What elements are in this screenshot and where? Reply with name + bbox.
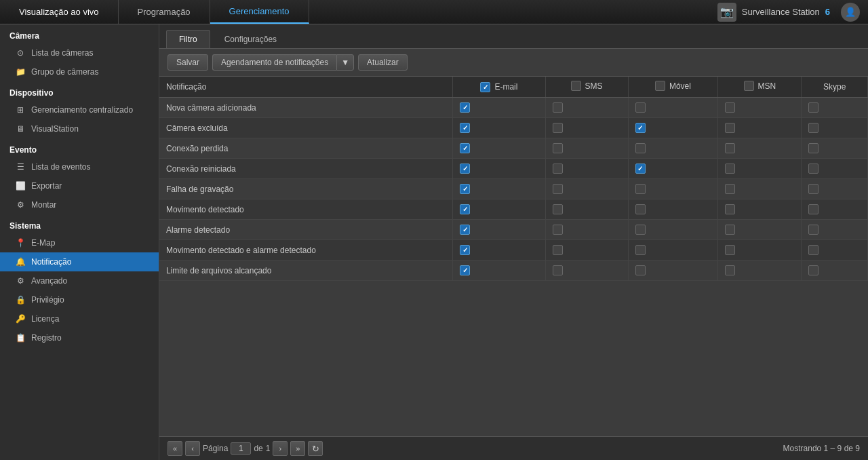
msn-checkbox-0[interactable] [725, 102, 735, 113]
msn-checkbox-6[interactable] [725, 225, 735, 235]
email-checkbox-4[interactable] [460, 184, 470, 194]
refresh-button[interactable]: Atualizar [358, 54, 408, 71]
email-checkbox-2[interactable] [460, 143, 470, 153]
tab-filtro[interactable]: Filtro [166, 30, 210, 48]
nav-management[interactable]: Gerenciamento [210, 0, 309, 24]
msn-checkbox-7[interactable] [725, 245, 735, 255]
movel-checkbox-7[interactable] [635, 245, 646, 255]
skype-checkbox-7[interactable] [808, 245, 818, 255]
nav-schedule[interactable]: Programação [119, 0, 210, 24]
sidebar-item-montar[interactable]: ⚙ Montar [0, 195, 159, 214]
email-checkbox-1[interactable] [460, 123, 470, 133]
user-icon[interactable]: 👤 [841, 3, 860, 22]
key-icon: 🔑 [15, 313, 26, 324]
section-evento: Evento [0, 138, 159, 157]
msn-checkbox-2[interactable] [725, 143, 735, 153]
skype-checkbox-0[interactable] [808, 102, 818, 113]
sidebar-item-registro[interactable]: 📋 Registro [0, 328, 159, 347]
cell-sms [545, 240, 628, 261]
sms-header-checkbox[interactable] [571, 81, 581, 91]
sidebar-item-lista-eventos[interactable]: ☰ Lista de eventos [0, 157, 159, 176]
movel-checkbox-4[interactable] [635, 184, 646, 194]
notification-icon: 🔔 [15, 256, 26, 267]
pag-refresh-button[interactable]: ↻ [308, 441, 323, 456]
nav-live-view[interactable]: Visualização ao vivo [0, 0, 119, 24]
sidebar-item-notificacao[interactable]: 🔔 Notificação [0, 252, 159, 271]
cell-sms [545, 138, 628, 159]
email-checkbox-6[interactable] [460, 225, 470, 235]
sidebar-item-lista-cameras[interactable]: ⊙ Lista de câmeras [0, 43, 159, 62]
section-camera: Câmera [0, 24, 159, 43]
sms-checkbox-3[interactable] [553, 164, 563, 174]
cell-movel [628, 159, 718, 179]
sms-checkbox-0[interactable] [553, 102, 563, 113]
sms-checkbox-6[interactable] [553, 225, 563, 235]
cell-label: Movimento detectado [159, 199, 453, 220]
msn-checkbox-8[interactable] [725, 265, 735, 275]
schedule-button-group: Agendamento de notificações ▼ [212, 54, 354, 71]
sms-checkbox-2[interactable] [553, 143, 563, 153]
sms-checkbox-4[interactable] [553, 184, 563, 194]
sidebar-item-grupo-cameras[interactable]: 📁 Grupo de câmeras [0, 62, 159, 81]
cell-skype [802, 199, 868, 220]
table-row: Limite de arquivos alcançado [159, 261, 868, 281]
msn-header-checkbox[interactable] [744, 81, 754, 91]
table-row: Câmera excluída [159, 118, 868, 138]
cell-email [453, 98, 545, 118]
skype-checkbox-2[interactable] [808, 143, 818, 153]
movel-checkbox-2[interactable] [635, 143, 646, 153]
sms-checkbox-1[interactable] [553, 123, 563, 133]
sidebar-item-visualstation[interactable]: 🖥 VisualStation [0, 119, 159, 138]
sidebar-item-exportar[interactable]: ⬜ Exportar [0, 176, 159, 195]
schedule-dropdown-arrow[interactable]: ▼ [336, 54, 354, 71]
msn-checkbox-4[interactable] [725, 184, 735, 194]
sms-checkbox-5[interactable] [553, 204, 563, 214]
email-checkbox-8[interactable] [460, 265, 470, 275]
sidebar-item-gerenciamento-centralizado[interactable]: ⊞ Gerenciamento centralizado [0, 100, 159, 119]
sidebar-item-avancado[interactable]: ⚙ Avançado [0, 271, 159, 290]
sidebar-item-emap[interactable]: 📍 E-Map [0, 233, 159, 252]
skype-checkbox-6[interactable] [808, 225, 818, 235]
skype-checkbox-5[interactable] [808, 204, 818, 214]
pag-page-input[interactable] [231, 442, 251, 455]
msn-checkbox-5[interactable] [725, 204, 735, 214]
movel-checkbox-1[interactable] [635, 123, 646, 133]
email-checkbox-0[interactable] [460, 102, 470, 113]
movel-checkbox-5[interactable] [635, 204, 646, 214]
skype-checkbox-8[interactable] [808, 265, 818, 275]
pag-last-button[interactable]: » [290, 441, 305, 456]
sidebar-item-licenca[interactable]: 🔑 Licença [0, 309, 159, 328]
schedule-button[interactable]: Agendamento de notificações [212, 54, 336, 71]
cell-movel [628, 118, 718, 138]
cell-msn [718, 118, 802, 138]
sms-checkbox-8[interactable] [553, 265, 563, 275]
sidebar-item-privilegio[interactable]: 🔒 Privilégio [0, 290, 159, 309]
skype-checkbox-3[interactable] [808, 164, 818, 174]
msn-checkbox-1[interactable] [725, 123, 735, 133]
skype-checkbox-4[interactable] [808, 184, 818, 194]
sms-checkbox-7[interactable] [553, 245, 563, 255]
email-checkbox-7[interactable] [460, 245, 470, 255]
movel-checkbox-3[interactable] [635, 164, 646, 174]
pag-first-button[interactable]: « [167, 441, 182, 456]
cell-movel [628, 261, 718, 281]
tab-bar: Filtro Configurações [159, 24, 868, 49]
cell-label: Movimento detectado e alarme detectado [159, 240, 453, 261]
email-checkbox-5[interactable] [460, 204, 470, 214]
email-header-checkbox[interactable] [480, 82, 490, 92]
movel-checkbox-0[interactable] [635, 102, 646, 113]
cell-skype [802, 138, 868, 159]
movel-header-checkbox[interactable] [655, 81, 665, 91]
pag-prev-button[interactable]: ‹ [185, 441, 200, 456]
cell-label: Alarme detectado [159, 220, 453, 240]
movel-checkbox-8[interactable] [635, 265, 646, 275]
save-button[interactable]: Salvar [167, 54, 208, 71]
cell-sms [545, 220, 628, 240]
pag-next-button[interactable]: › [273, 441, 288, 456]
col-header-msn: MSN [718, 77, 802, 98]
tab-configuracoes[interactable]: Configurações [212, 30, 290, 48]
msn-checkbox-3[interactable] [725, 164, 735, 174]
movel-checkbox-6[interactable] [635, 225, 646, 235]
email-checkbox-3[interactable] [460, 164, 470, 174]
skype-checkbox-1[interactable] [808, 123, 818, 133]
